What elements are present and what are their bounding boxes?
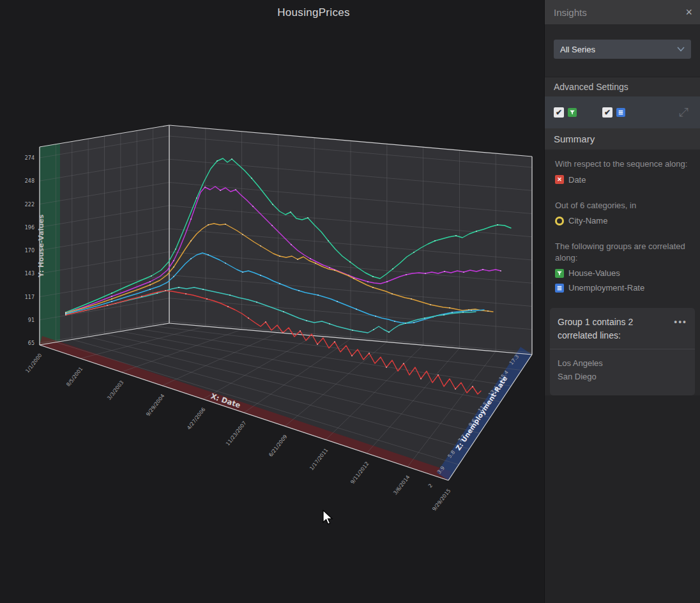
summary-correlated-text: The following groups are correlated alon… bbox=[555, 241, 690, 263]
unemployment-rate-axis-icon bbox=[555, 284, 564, 293]
group-card: Group 1 contains 2 correlated lines: •••… bbox=[550, 308, 695, 395]
categories-field-row: City-Name bbox=[555, 216, 690, 225]
svg-text:91: 91 bbox=[28, 317, 34, 323]
svg-text:9/29/2015: 9/29/2015 bbox=[431, 488, 452, 512]
panel-header: Insights × bbox=[545, 0, 700, 24]
insights-panel: Insights × All Series Advanced Settings … bbox=[544, 0, 700, 603]
svg-text:248: 248 bbox=[25, 178, 34, 184]
expand-icon[interactable]: ⤢ bbox=[679, 105, 689, 119]
svg-text:8/5/2001: 8/5/2001 bbox=[65, 366, 84, 388]
series-dropdown-value: All Series bbox=[560, 45, 595, 54]
svg-text:117: 117 bbox=[25, 294, 34, 300]
unemployment-rate-toggle[interactable]: ✔ bbox=[602, 107, 625, 118]
group-item: Los Angeles bbox=[558, 357, 687, 370]
svg-text:Y: House-Values: Y: House-Values bbox=[37, 214, 45, 278]
svg-text:196: 196 bbox=[25, 225, 34, 231]
svg-text:4/27/2006: 4/27/2006 bbox=[186, 406, 206, 431]
group-card-title: Group 1 contains 2 correlated lines: bbox=[558, 316, 669, 342]
checkbox-checked-icon[interactable]: ✔ bbox=[554, 107, 564, 118]
summary-sequence-text: With respect to the sequence along: bbox=[555, 158, 690, 170]
svg-text:9/11/2012: 9/11/2012 bbox=[349, 461, 370, 485]
svg-text:2: 2 bbox=[427, 483, 434, 489]
advanced-settings-label: Advanced Settings bbox=[545, 77, 700, 96]
close-icon[interactable]: × bbox=[685, 6, 692, 18]
group-item: San Diego bbox=[558, 370, 687, 384]
svg-text:1/1/2000: 1/1/2000 bbox=[24, 353, 43, 374]
axis-toggle-row: ✔ ✔ ⤢ bbox=[545, 96, 700, 128]
sequence-field-label: Date bbox=[568, 175, 586, 185]
unemployment-rate-axis-icon bbox=[616, 108, 625, 117]
svg-text:1/17/2011: 1/17/2011 bbox=[308, 447, 329, 471]
summary-categories-text: Out of 6 categories, in bbox=[555, 200, 690, 211]
correlated-field-row: Unemployment-Rate bbox=[555, 283, 690, 293]
checkbox-checked-icon[interactable]: ✔ bbox=[602, 107, 612, 118]
group-card-body: Los Angeles San Diego bbox=[550, 349, 695, 395]
correlated-field-label: Unemployment-Rate bbox=[568, 283, 644, 293]
chevron-down-icon bbox=[677, 47, 685, 52]
city-name-icon bbox=[555, 217, 564, 225]
more-menu-button[interactable]: ••• bbox=[674, 316, 687, 329]
plot-3d[interactable]: 27424822219617014311791651/1/20008/5/200… bbox=[0, 0, 544, 603]
summary-header: Summary bbox=[545, 128, 700, 149]
svg-text:170: 170 bbox=[25, 248, 34, 254]
svg-text:9/29/2004: 9/29/2004 bbox=[145, 393, 165, 417]
house-values-axis-icon bbox=[555, 269, 564, 278]
sequence-field-row: ✕ Date bbox=[555, 175, 690, 185]
house-values-toggle[interactable]: ✔ bbox=[554, 107, 577, 118]
svg-text:274: 274 bbox=[25, 155, 34, 161]
sidebar-empty-area bbox=[545, 395, 700, 603]
svg-text:3/6/2014: 3/6/2014 bbox=[392, 474, 411, 496]
svg-text:222: 222 bbox=[25, 202, 34, 208]
group-card-header: Group 1 contains 2 correlated lines: ••• bbox=[550, 308, 695, 349]
chart-area: HousingPrices 27424822219617014311791651… bbox=[0, 0, 544, 603]
svg-text:143: 143 bbox=[25, 271, 34, 277]
house-values-axis-icon bbox=[568, 108, 577, 117]
series-dropdown-section: All Series bbox=[545, 24, 700, 77]
panel-title: Insights bbox=[554, 7, 587, 18]
correlated-field-label: House-Values bbox=[568, 268, 620, 278]
svg-text:6/21/2009: 6/21/2009 bbox=[268, 434, 288, 458]
svg-text:3/3/2003: 3/3/2003 bbox=[106, 379, 125, 401]
svg-text:11/23/2007: 11/23/2007 bbox=[225, 420, 247, 447]
app-window: HousingPrices 27424822219617014311791651… bbox=[0, 0, 700, 603]
series-dropdown[interactable]: All Series bbox=[554, 40, 691, 59]
correlated-field-row: House-Values bbox=[555, 268, 690, 278]
summary-body: With respect to the sequence along: ✕ Da… bbox=[545, 149, 700, 302]
categories-field-label: City-Name bbox=[568, 216, 607, 225]
date-axis-icon: ✕ bbox=[555, 175, 564, 184]
svg-text:65: 65 bbox=[28, 340, 34, 346]
